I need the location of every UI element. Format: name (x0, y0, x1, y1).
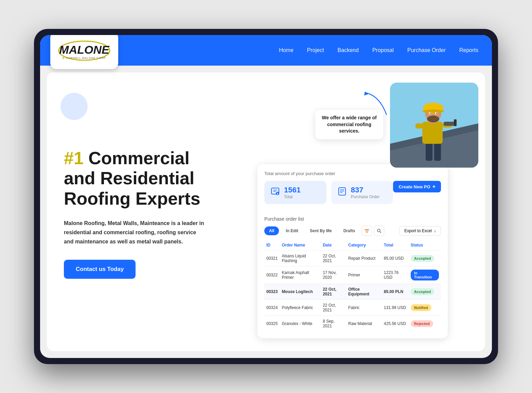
cell-category: Repair Product (346, 251, 382, 267)
col-order-name: Order Name (280, 240, 321, 251)
po-table: ID Order Name Date Category Total Status… (264, 240, 441, 331)
callout-bubble: We offer a wide range of commercial roof… (315, 110, 383, 139)
cell-date: 17 Nov, 2020 (321, 267, 346, 284)
filter-tab-drafts[interactable]: Drafts (339, 226, 360, 235)
svg-rect-8 (422, 122, 443, 144)
col-id: ID (264, 240, 280, 251)
svg-text:MALONE: MALONE (59, 43, 110, 56)
po-stat-po: 837 Purchase Order (331, 181, 393, 204)
cta-button[interactable]: Contact us Today (64, 260, 136, 279)
svg-point-21 (430, 113, 431, 114)
right-section: We offer a wide range of commercial roof… (224, 72, 485, 351)
status-badge: Accepted (411, 288, 435, 295)
cell-status: Accepted (409, 251, 441, 267)
status-badge: Rejected (411, 320, 433, 327)
cell-total: 425.56 USD (382, 316, 409, 332)
filter-tab-all[interactable]: All (264, 226, 279, 235)
po-list-title: Purchase order list (264, 216, 304, 222)
svg-point-22 (436, 113, 437, 114)
po-stat-total-number: 1561 (284, 186, 301, 194)
cell-category: Office Equipment (346, 284, 382, 300)
nav-backend[interactable]: Backend (338, 47, 359, 53)
col-category: Category (346, 240, 382, 251)
svg-text:E CORNELL MALONE CORP: E CORNELL MALONE CORP (63, 56, 106, 59)
hero-title-highlight: #1 (64, 148, 84, 168)
callout-text: We offer a wide range of commercial roof… (321, 115, 377, 135)
po-stat-po-label: Purchase Order (351, 194, 380, 199)
cell-status: Rejected (409, 316, 441, 332)
cell-category: Primer (346, 267, 382, 284)
po-stat-total-label: Total (284, 194, 301, 199)
nav-links: Home Project Backend Proposal Purchase O… (279, 47, 478, 53)
nav-proposal[interactable]: Proposal (372, 47, 394, 53)
filter-tab-in-edit[interactable]: In Edit (281, 226, 303, 235)
main-content: #1 Commercial and Residential Roofing Ex… (47, 72, 485, 351)
export-label: Export to Excel (404, 228, 432, 233)
export-excel-button[interactable]: Export to Excel ↓ (399, 226, 441, 236)
table-row[interactable]: 00322 Karnak Asphalt Primer 17 Nov, 2020… (264, 267, 441, 284)
filter-icon-button[interactable] (362, 226, 372, 236)
hero-title: #1 Commercial and Residential Roofing Ex… (64, 148, 207, 209)
col-date: Date (321, 240, 346, 251)
po-stat-po-number: 837 (351, 186, 380, 194)
cell-id: 00322 (264, 267, 280, 284)
po-total-icon: $ (270, 187, 280, 198)
table-row[interactable]: 00321 Alsans Liquid Flashing 22 Oct, 202… (264, 251, 441, 267)
svg-point-13 (427, 116, 439, 122)
svg-rect-7 (434, 142, 441, 161)
svg-point-16 (422, 109, 444, 113)
svg-rect-18 (454, 119, 457, 126)
po-header-row: Purchase order list (264, 216, 441, 222)
cell-date: 22 Oct, 2021 (321, 251, 346, 267)
cell-id: 00323 (264, 284, 280, 300)
svg-line-34 (380, 232, 382, 233)
status-badge: Notified (411, 304, 431, 311)
cell-date: 8 Sep, 2021 (321, 316, 346, 332)
filter-tab-sent-by-me[interactable]: Sent By Me (305, 226, 337, 235)
filter-row: All In Edit Sent By Me Drafts Export to … (264, 226, 441, 236)
nav-purchase-order[interactable]: Purchase Order (407, 47, 446, 53)
worker-image (390, 83, 478, 168)
device-inner: MALONE E CORNELL MALONE CORP Home Projec… (40, 35, 492, 358)
cell-total: 85.00 PLN (382, 284, 409, 300)
po-panel-title: Total amount of your purchase order (264, 171, 441, 176)
cell-status: In Transition (409, 267, 441, 284)
cell-id: 00324 (264, 300, 280, 316)
nav-project[interactable]: Project (307, 47, 324, 53)
logo-svg: MALONE E CORNELL MALONE CORP (57, 38, 111, 62)
po-po-icon (337, 187, 347, 198)
svg-rect-17 (444, 122, 456, 126)
cell-status: Notified (409, 300, 441, 316)
status-badge: Accepted (411, 255, 435, 262)
cell-total: 1223.76 USD (382, 267, 409, 284)
cell-category: Fabric (346, 300, 382, 316)
cell-name: Karnak Asphalt Primer (280, 267, 321, 284)
navbar: MALONE E CORNELL MALONE CORP Home Projec… (40, 35, 492, 66)
nav-home[interactable]: Home (279, 47, 294, 53)
device-frame: MALONE E CORNELL MALONE CORP Home Projec… (34, 29, 498, 364)
po-panel: Total amount of your purchase order $ 15… (258, 164, 448, 338)
worker-illustration (390, 83, 478, 168)
po-stat-total: $ 1561 Total (264, 181, 326, 204)
export-icon: ↓ (434, 228, 436, 233)
svg-marker-23 (364, 91, 368, 96)
logo-container: MALONE E CORNELL MALONE CORP (50, 35, 118, 69)
search-button[interactable] (374, 226, 384, 236)
logo-text: MALONE E CORNELL MALONE CORP (57, 38, 111, 63)
plus-icon: + (432, 184, 436, 190)
cell-total: 85.00 USD (382, 251, 409, 267)
nav-reports[interactable]: Reports (459, 47, 478, 53)
create-new-po-button[interactable]: Create New PO + (393, 181, 441, 192)
callout-arrow-svg (356, 89, 390, 117)
cell-date: 22 Oct, 2021 (321, 300, 346, 316)
table-row[interactable]: 00325 Granules - White 8 Sep, 2021 Raw M… (264, 316, 441, 332)
svg-rect-9 (415, 123, 423, 129)
cell-category: Raw Material (346, 316, 382, 332)
table-row[interactable]: 00324 Polyfleece Fabric 22 Oct, 2021 Fab… (264, 300, 441, 316)
table-row[interactable]: 00323 Mouse Logitech 22 Oct, 2021 Office… (264, 284, 441, 300)
cell-name: Alsans Liquid Flashing (280, 251, 321, 267)
svg-point-33 (377, 229, 380, 232)
col-status: Status (409, 240, 441, 251)
cell-id: 00321 (264, 251, 280, 267)
cell-name: Granules - White (280, 316, 321, 332)
